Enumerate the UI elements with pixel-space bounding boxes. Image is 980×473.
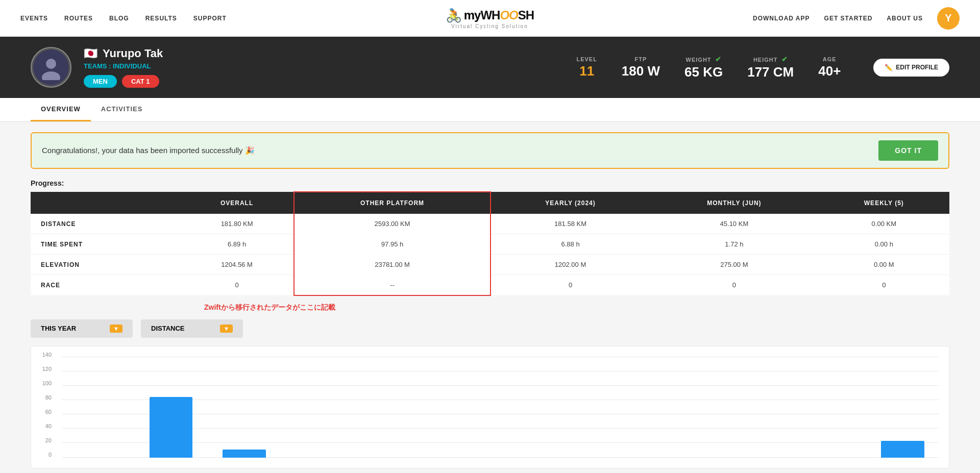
row-weekly: 0.00 M <box>819 255 949 275</box>
svg-point-1 <box>42 71 60 80</box>
progress-table: OVERALL OTHER PLATFORM YEARLY (2024) MON… <box>31 191 949 296</box>
nav-download-app[interactable]: DOWNLOAD APP <box>753 15 810 22</box>
dropdowns-row: THIS YEAR ▼ DISTANCE ▼ <box>31 319 949 338</box>
nav-left-links: EVENTS ROUTES BLOG RESULTS SUPPORT <box>20 15 227 22</box>
chart-bars <box>62 352 939 468</box>
row-label: TIME SPENT <box>31 234 180 255</box>
nav-routes[interactable]: ROUTES <box>64 15 93 22</box>
nav-results[interactable]: RESULTS <box>145 15 177 22</box>
tab-overview[interactable]: OVERVIEW <box>31 98 91 121</box>
chart-column <box>720 357 792 458</box>
chart-column <box>428 357 500 458</box>
table-header-row: OVERALL OTHER PLATFORM YEARLY (2024) MON… <box>31 192 949 214</box>
logo: 🚴 myWHOOSH Virtual Cycling Solution <box>446 8 534 29</box>
badge-gender: MEN <box>84 75 117 88</box>
profile-info: 🇯🇵 Yurupo Tak TEAMS : INDIVIDUAL MEN CAT… <box>84 47 564 88</box>
row-label: RACE <box>31 275 180 295</box>
stat-age: AGE 40+ <box>818 56 841 79</box>
nav-right-links: DOWNLOAD APP GET STARTED ABOUT US Y <box>753 7 960 30</box>
metric-filter-dropdown[interactable]: DISTANCE ▼ <box>141 319 243 338</box>
time-filter-dropdown[interactable]: THIS YEAR ▼ <box>31 319 133 338</box>
row-monthly: 0 <box>650 275 818 295</box>
chart-bar <box>223 450 266 458</box>
row-weekly: 0.00 KM <box>819 214 949 234</box>
row-yearly: 6.88 h <box>491 234 650 255</box>
col-header-yearly: YEARLY (2024) <box>491 192 650 214</box>
main-content: Congratulations!, your data has been imp… <box>0 122 980 473</box>
teams-value[interactable]: INDIVIDUAL <box>113 62 151 70</box>
stat-age-label: AGE <box>818 56 841 62</box>
metric-filter-arrow-icon: ▼ <box>220 325 233 333</box>
chart-column <box>867 357 939 458</box>
height-check-icon: ✔ <box>781 55 788 63</box>
chart-column <box>793 357 865 458</box>
nav-get-started[interactable]: GET STARTED <box>824 15 873 22</box>
badge-category: CAT 1 <box>122 75 159 88</box>
chart-column <box>574 357 646 458</box>
table-row: TIME SPENT 6.89 h 97.95 h 6.88 h 1.72 h … <box>31 234 949 255</box>
stat-level-value: 11 <box>576 63 597 79</box>
row-yearly: 0 <box>491 275 650 295</box>
table-row: DISTANCE 181.80 KM 2593.00 KM 181.58 KM … <box>31 214 949 234</box>
stat-weight-value: 65 KG <box>684 64 723 80</box>
nav-support[interactable]: SUPPORT <box>193 15 227 22</box>
row-overall: 1204.56 M <box>180 255 294 275</box>
row-label: ELEVATION <box>31 255 180 275</box>
chart-column <box>281 357 353 458</box>
logo-subtitle: Virtual Cycling Solution <box>446 23 534 29</box>
nav-events[interactable]: EVENTS <box>20 15 48 22</box>
row-monthly: 1.72 h <box>650 234 818 255</box>
stat-ftp-value: 180 W <box>622 63 660 79</box>
got-it-button[interactable]: GOT IT <box>878 140 938 161</box>
row-yearly: 181.58 KM <box>491 214 650 234</box>
time-filter-label: THIS YEAR <box>41 325 76 332</box>
chart-y-label: 120 <box>36 366 52 372</box>
profile-header: 🇯🇵 Yurupo Tak TEAMS : INDIVIDUAL MEN CAT… <box>0 37 980 98</box>
row-other-platform: 23781.00 M <box>294 255 491 275</box>
chart-bar <box>150 397 193 458</box>
nav-blog[interactable]: BLOG <box>109 15 129 22</box>
stat-level-label: LEVEL <box>576 56 597 62</box>
chart-y-label: 140 <box>36 352 52 358</box>
weight-check-icon: ✔ <box>715 55 722 63</box>
edit-icon: ✏️ <box>885 64 893 71</box>
chart-y-label: 60 <box>36 409 52 415</box>
row-overall: 0 <box>180 275 294 295</box>
avatar-inner <box>33 49 69 85</box>
stat-age-value: 40+ <box>818 63 841 79</box>
chart-y-label: 100 <box>36 380 52 386</box>
nav-about-us[interactable]: ABOUT US <box>887 15 923 22</box>
edit-profile-button[interactable]: ✏️ EDIT PROFILE <box>873 59 949 77</box>
tabs-bar: OVERVIEW ACTIVITIES <box>0 98 980 122</box>
chart-column <box>647 357 719 458</box>
chart-column <box>354 357 426 458</box>
edit-profile-label: EDIT PROFILE <box>896 64 938 71</box>
user-avatar[interactable]: Y <box>937 7 960 30</box>
stat-height-label: HEIGHT ✔ <box>747 55 794 63</box>
col-header-overall: OVERALL <box>180 192 294 214</box>
stat-weight: WEIGHT ✔ 65 KG <box>684 55 723 80</box>
svg-point-0 <box>46 59 56 69</box>
chart-y-labels: 020406080100120140 <box>36 346 52 468</box>
row-other-platform: 2593.00 KM <box>294 214 491 234</box>
row-weekly: 0.00 h <box>819 234 949 255</box>
profile-badges: MEN CAT 1 <box>84 75 564 88</box>
chart-area: 020406080100120140 <box>31 346 949 468</box>
profile-teams-row: TEAMS : INDIVIDUAL <box>84 62 564 70</box>
col-header-weekly: WEEKLY (5) <box>819 192 949 214</box>
chart-column <box>62 357 134 458</box>
profile-stats: LEVEL 11 FTP 180 W WEIGHT ✔ 65 KG HEIGHT… <box>576 55 841 80</box>
row-monthly: 45.10 KM <box>650 214 818 234</box>
table-row: RACE 0 -- 0 0 0 <box>31 275 949 295</box>
annotation-text: Zwiftから移行されたデータがここに記載 <box>31 303 949 312</box>
tab-activities[interactable]: ACTIVITIES <box>91 98 153 121</box>
stat-level: LEVEL 11 <box>576 56 597 79</box>
time-filter-arrow-icon: ▼ <box>110 325 122 333</box>
chart-y-label: 80 <box>36 394 52 401</box>
chart-column <box>501 357 573 458</box>
row-other-platform: 97.95 h <box>294 234 491 255</box>
table-row: ELEVATION 1204.56 M 23781.00 M 1202.00 M… <box>31 255 949 275</box>
col-header-row-label <box>31 192 180 214</box>
teams-label: TEAMS : <box>84 62 111 70</box>
profile-avatar-image <box>31 47 71 88</box>
